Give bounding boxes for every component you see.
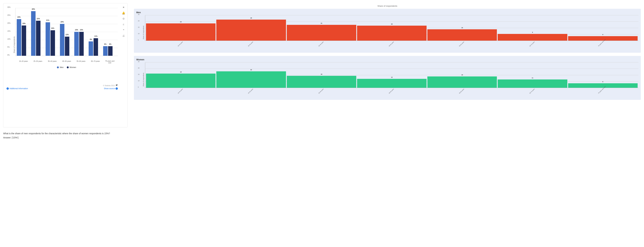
- bar-group-16-24: 23% 19% 16–24 years: [17, 19, 30, 56]
- men-x-65-74: 65-74 years: [529, 41, 535, 47]
- chart-credit-row: © Statista 2021 🏴: [6, 84, 118, 86]
- bar-chart: Share of respondents 0% 5% 10% 15% 20% 2…: [6, 6, 118, 83]
- women-bar-65-74: 11: [498, 79, 567, 88]
- legend-women: Women: [67, 66, 76, 68]
- info-icon: i: [6, 87, 9, 90]
- question-text: What is the share of men respondents for…: [3, 132, 128, 135]
- men-bars: 23 16-24 years 28 25-34 years: [145, 15, 638, 41]
- main-chart-container: ★ 🔔 ⚙ ≤ ❝ 🖨 Share of respondents 0% 5% 1…: [3, 3, 128, 127]
- women-bar-16-24: 19: [146, 74, 216, 88]
- show-source-label: Show source: [104, 87, 115, 90]
- right-chart-header: Share of respondents: [134, 5, 641, 7]
- women-bar-45-54: 12: [357, 79, 426, 88]
- question-area: What is the share of men respondents for…: [3, 130, 128, 139]
- settings-icon[interactable]: ⚙: [121, 16, 126, 21]
- additional-info-link[interactable]: i Additional Information: [6, 87, 28, 90]
- women-bar-55-64: 15: [427, 76, 497, 88]
- share-icon[interactable]: ≤: [121, 22, 126, 26]
- legend-men-label: Men: [60, 66, 64, 68]
- additional-info-label: Additional Information: [10, 87, 28, 90]
- bar-group-25-34: 28% 22% 25–34 years: [31, 11, 44, 56]
- bar-group-45-54: 20% 12% 45–54 years: [60, 24, 73, 56]
- answer-text: Answer: ['15%']: [3, 136, 128, 139]
- women-mini-chart: Women Share of respondents 5 10 15 20 25: [134, 56, 641, 100]
- men-chart-area: Share of respondents 5 10 15 20 25: [136, 15, 638, 49]
- chart-legend: Men Women: [15, 66, 118, 68]
- legend-men-dot: [57, 66, 59, 68]
- x-label-45-54: 45–54 years: [61, 60, 72, 62]
- men-bar-75plus: 6: [568, 36, 638, 41]
- women-y-axis-label: Share of respondents: [143, 73, 144, 86]
- toolbar: ★ 🔔 ⚙ ≤ ❝ 🖨: [121, 5, 126, 38]
- bar-men-16-24: 23%: [17, 19, 21, 56]
- women-bars: 19 16-24 years 22 25-34 years: [145, 62, 638, 88]
- x-label-65-74: 65–74 years: [90, 60, 101, 62]
- men-bar-16-24: 23: [146, 23, 216, 41]
- x-label-25-34: 25–34 years: [32, 60, 43, 62]
- legend-men: Men: [57, 66, 64, 68]
- women-bar-35-44: 16: [287, 76, 356, 88]
- men-chart-title: Men: [136, 11, 638, 14]
- legend-women-label: Women: [70, 66, 76, 68]
- bars-area: 23% 19% 16–24 years 28%: [15, 8, 118, 56]
- men-bar-35-44: 21: [287, 25, 356, 41]
- men-x-55-64: 55-64 years: [459, 41, 464, 47]
- men-x-25-34: 25-34 years: [248, 41, 254, 47]
- women-chart-area: Share of respondents 5 10 15 20 25: [136, 62, 638, 97]
- bar-group-55-64: 15% 15% 55–64 years: [74, 32, 88, 56]
- bar-women-16-24: 19%: [22, 25, 26, 56]
- women-chart-title: Women: [136, 58, 638, 61]
- statista-credit: © Statista 2021: [103, 85, 115, 86]
- bell-icon[interactable]: 🔔: [121, 11, 126, 15]
- men-x-35-44: 35-44 years: [318, 41, 324, 47]
- bar-group-65-74: 9% 11% 65–74 years: [89, 38, 102, 56]
- men-bar-45-54: 20: [357, 26, 426, 41]
- x-label-55-64: 55–64 years: [76, 60, 86, 62]
- show-source-link[interactable]: Show source i: [104, 87, 118, 90]
- women-bar-75plus: 6: [568, 83, 638, 88]
- right-panel: Share of respondents Men Share of respon…: [134, 3, 641, 139]
- men-x-16-24: 16-24 years: [178, 41, 183, 47]
- quote-icon[interactable]: ❝: [121, 28, 126, 32]
- men-bar-65-74: 9: [498, 34, 567, 41]
- bar-group-75plus: 6% 6% 75 years and over: [103, 46, 116, 56]
- women-bar-25-34: 22: [216, 71, 286, 88]
- x-label-35-44: 35–44 years: [47, 60, 58, 62]
- footer-links: i Additional Information Show source i: [6, 87, 118, 90]
- star-icon[interactable]: ★: [121, 5, 126, 9]
- x-label-75plus: 75 years and over: [104, 60, 116, 64]
- legend-women-dot: [67, 66, 69, 68]
- men-x-45-54: 45-54 years: [388, 41, 394, 47]
- source-info-icon: i: [116, 87, 118, 90]
- men-bar-25-34: 28: [216, 19, 286, 41]
- y-axis-label: Share of respondents: [13, 36, 15, 53]
- men-bar-55-64: 15: [427, 29, 497, 41]
- flag-icon: 🏴: [116, 84, 118, 86]
- men-y-axis-label: Share of respondents: [143, 25, 144, 39]
- bar-group-35-44: 21% 16% 35–44 years: [46, 22, 59, 56]
- men-mini-chart: Men Share of respondents 5 10 15 20 25: [134, 9, 641, 53]
- print-icon[interactable]: 🖨: [121, 34, 126, 38]
- x-label-16-24: 16–24 years: [18, 60, 29, 62]
